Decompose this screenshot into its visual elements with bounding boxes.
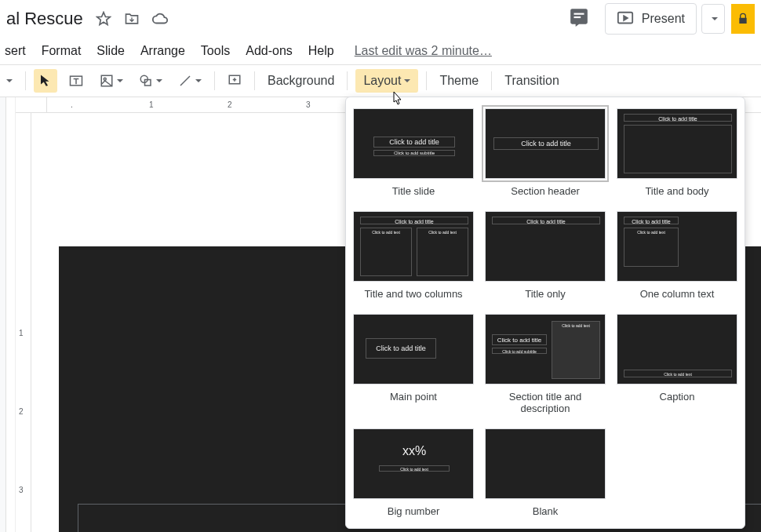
separator [25, 71, 26, 90]
layout-option-blank[interactable]: Blank [484, 428, 606, 517]
separator [347, 71, 348, 90]
transition-button[interactable]: Transition [497, 74, 567, 88]
toolbar: Background Layout Theme Transition [0, 64, 761, 97]
layout-option-label: Title only [484, 288, 606, 300]
layout-option-title[interactable]: Click to add titleClick to add subtitleT… [352, 108, 475, 197]
menu-format[interactable]: Format [42, 44, 82, 58]
svg-point-5 [104, 78, 106, 80]
panel-gap [6, 97, 16, 532]
layout-option-tb[interactable]: Click to add titleTitle and body [616, 108, 738, 197]
ruler-tick: 3 [19, 486, 24, 494]
layout-option-label: Main point [352, 391, 475, 403]
layout-option-label: Section header [484, 185, 606, 197]
menu-addons[interactable]: Add-ons [246, 44, 293, 58]
menu-slide[interactable]: Slide [96, 44, 125, 58]
layout-option-label: Blank [484, 505, 606, 517]
layout-option-label: Title and two columns [352, 288, 475, 300]
line-tool[interactable] [173, 69, 206, 93]
filmstrip[interactable] [0, 97, 6, 532]
ruler-tick: 2 [19, 407, 24, 416]
separator [214, 71, 215, 90]
chevron-down-icon [156, 79, 162, 82]
image-icon [100, 74, 114, 88]
document-title[interactable]: al Rescue [6, 9, 83, 29]
separator [426, 71, 427, 90]
layout-option-label: Caption [616, 391, 738, 403]
image-tool[interactable] [95, 69, 128, 93]
star-icon[interactable] [94, 9, 113, 28]
layout-dropdown: Click to add titleClick to add subtitleT… [345, 97, 745, 529]
chevron-down-icon [404, 79, 410, 82]
chevron-down-icon [712, 17, 718, 20]
ruler-tick: 1 [19, 329, 24, 337]
layout-option-t2c[interactable]: Click to add titleClick to add textClick… [352, 211, 475, 300]
theme-button[interactable]: Theme [431, 74, 486, 88]
separator [491, 71, 492, 90]
shape-icon [139, 74, 153, 88]
present-dropdown[interactable] [701, 4, 725, 34]
layout-option-mp[interactable]: Click to add titleMain point [352, 314, 475, 414]
comment-tool[interactable] [223, 69, 246, 93]
background-button[interactable]: Background [260, 74, 342, 88]
layout-option-label: Title and body [616, 185, 738, 197]
comment-icon[interactable] [569, 7, 605, 31]
ruler-tick: 1 [149, 100, 154, 109]
menu-help[interactable]: Help [308, 44, 334, 58]
layout-option-cap[interactable]: Click to add textCaption [616, 314, 738, 414]
share-button[interactable] [731, 4, 755, 34]
svg-rect-1 [573, 16, 581, 18]
cursor-icon [38, 74, 53, 88]
chevron-down-icon [195, 79, 202, 82]
present-icon [617, 10, 634, 27]
textbox-icon [68, 73, 84, 89]
line-icon [178, 74, 192, 88]
layout-option-bn[interactable]: xx%Click to add textBig number [352, 428, 475, 517]
move-folder-icon[interactable] [122, 9, 141, 28]
layout-button[interactable]: Layout [355, 69, 418, 93]
shape-tool[interactable] [134, 69, 167, 93]
ruler-tick: 3 [306, 100, 311, 109]
ruler-corner [16, 97, 47, 113]
add-comment-icon [228, 74, 242, 88]
layout-option-std[interactable]: Click to add titleClick to add subtitleC… [484, 314, 606, 414]
textbox-tool[interactable] [64, 69, 89, 93]
cloud-icon[interactable] [151, 9, 169, 28]
menubar: sert Format Slide Arrange Tools Add-ons … [0, 38, 761, 64]
layout-option-label: Big number [352, 505, 475, 517]
menu-tools[interactable]: Tools [201, 44, 230, 58]
present-button[interactable]: Present [605, 3, 697, 35]
select-tool[interactable] [34, 69, 57, 93]
menu-arrange[interactable]: Arrange [140, 44, 185, 58]
layout-option-label: Title slide [352, 185, 475, 197]
present-label: Present [642, 12, 685, 26]
layout-label: Layout [363, 74, 401, 88]
ruler-tick: . [71, 100, 73, 109]
separator [254, 71, 255, 90]
lock-icon [737, 13, 749, 25]
layout-option-label: Section title and description [484, 391, 606, 414]
menu-insert[interactable]: sert [5, 44, 26, 58]
ruler-vertical: 1 2 3 [16, 113, 31, 532]
svg-rect-0 [573, 13, 584, 15]
ruler-tick: 2 [228, 100, 232, 109]
layout-option-oct[interactable]: Click to add titleClick to add textOne c… [616, 211, 738, 300]
new-slide-dropdown[interactable] [0, 69, 17, 93]
chevron-down-icon [117, 79, 123, 82]
layout-option-label: One column text [616, 288, 738, 300]
layout-option-to[interactable]: Click to add titleTitle only [484, 211, 606, 300]
layout-option-section[interactable]: Click to add titleSection header [484, 108, 606, 197]
chevron-down-icon [6, 79, 13, 82]
last-edit-link[interactable]: Last edit was 2 minute… [355, 44, 492, 58]
